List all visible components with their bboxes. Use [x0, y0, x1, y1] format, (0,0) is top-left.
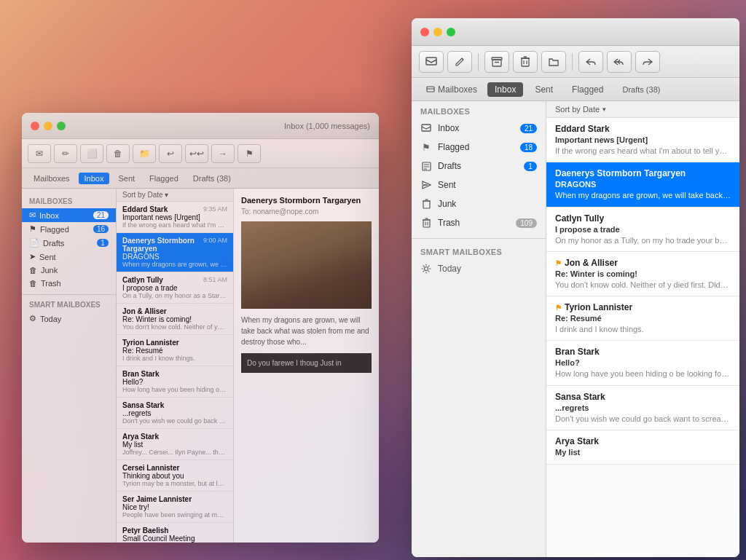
bg-archive-btn[interactable]: ⬜	[80, 144, 103, 163]
email-subject-catlyn: I propose a trade	[555, 225, 731, 234]
tab-drafts[interactable]: Drafts (38)	[615, 83, 667, 96]
email-item-sansa[interactable]: Sansa Stark ...regrets Don't you wish we…	[546, 386, 739, 430]
trash-icon	[420, 217, 432, 229]
email-item-arya[interactable]: Arya Stark My list	[546, 430, 739, 465]
bg-sidebar-drafts[interactable]: 📄Drafts1	[22, 236, 116, 250]
bg-email-eddard[interactable]: 9:35 AM Eddard Stark Important news [Urg…	[117, 202, 233, 233]
forward-button[interactable]	[635, 51, 660, 73]
bg-reply-btn[interactable]: ↩	[159, 144, 182, 163]
bg-email-body: When my dragons are grown, we will take …	[241, 315, 372, 347]
tab-inbox[interactable]: Inbox	[487, 82, 523, 97]
email-sender-jon: ⚑Jon & Alliser	[555, 258, 618, 268]
bg-edit-btn[interactable]: ✏	[54, 144, 77, 163]
main-toolbar	[412, 46, 739, 78]
main-close-button[interactable]	[420, 28, 429, 36]
bg-move-btn[interactable]: 📁	[133, 144, 156, 163]
bg-email-daenerys[interactable]: 9:00 AM Daenerys Stormborn Targaryen DRA…	[117, 233, 233, 272]
flag-icon-tyrion: ⚑	[555, 304, 562, 312]
svg-rect-2	[492, 60, 501, 66]
tab-sent[interactable]: Sent	[527, 82, 560, 97]
bg-replyall-btn[interactable]: ↩↩	[185, 144, 208, 163]
bg-maximize-button[interactable]	[57, 122, 66, 130]
compose-button[interactable]	[419, 51, 444, 73]
email-subject-arya: My list	[555, 448, 731, 457]
sidebar-item-inbox[interactable]: Inbox 21	[412, 119, 546, 138]
bg-sort-bar[interactable]: Sort by Date ▾	[117, 189, 233, 202]
sidebar-junk-label: Junk	[438, 199, 537, 209]
bg-sidebar: Mailboxes ✉Inbox21 ⚑Flagged16 📄Drafts1 ➤…	[22, 189, 117, 543]
sort-arrow-icon: ▾	[602, 106, 606, 113]
bg-smart-label: Smart Mailboxes	[22, 298, 116, 312]
mailboxes-toggle[interactable]: Mailboxes	[420, 82, 483, 97]
move-button[interactable]	[541, 51, 566, 73]
email-item-jon[interactable]: ⚑Jon & Alliser Re: Winter is coming! You…	[546, 252, 739, 296]
email-item-bran[interactable]: Bran Stark Hello? How long have you been…	[546, 341, 739, 385]
bg-tab-mailboxes[interactable]: Mailboxes	[28, 173, 76, 184]
bg-tab-drafts[interactable]: Drafts (38)	[187, 173, 237, 184]
bg-email-sansa[interactable]: Sansa Stark ...regrets Don't you wish we…	[117, 398, 233, 429]
sidebar-item-junk[interactable]: Junk	[412, 194, 546, 213]
email-sender-sansa: Sansa Stark	[555, 392, 605, 402]
bg-tab-sent[interactable]: Sent	[112, 173, 141, 184]
inbox-icon	[420, 122, 432, 134]
bg-email-catlyn[interactable]: 8:51 AM Catlyn Tully I propose a trade O…	[117, 272, 233, 304]
main-maximize-button[interactable]	[447, 28, 455, 36]
sidebar-item-sent[interactable]: Sent	[412, 176, 546, 194]
sidebar-inbox-badge: 21	[520, 124, 537, 133]
bg-forward-btn[interactable]: →	[211, 144, 235, 163]
email-subject-daenerys: DRAGONS	[555, 180, 731, 189]
bg-email-jon[interactable]: Jon & Alliser Re: Winter is coming! You …	[117, 304, 233, 335]
bg-email-jaime[interactable]: Ser Jaime Lannister Nice try! People hav…	[117, 492, 233, 523]
bg-sidebar-trash[interactable]: 🗑Trash	[22, 277, 116, 290]
email-item-catlyn[interactable]: Catlyn Tully I propose a trade On my hon…	[546, 208, 739, 252]
smart-mailboxes-section: Smart Mailboxes Today	[412, 238, 546, 278]
archive-button[interactable]	[484, 51, 509, 73]
bg-content-area: Mailboxes ✉Inbox21 ⚑Flagged16 📄Drafts1 ➤…	[22, 189, 379, 543]
sidebar-item-trash[interactable]: Trash 109	[412, 213, 546, 232]
edit-button[interactable]	[447, 51, 472, 73]
bg-sidebar-flagged[interactable]: ⚑Flagged16	[22, 222, 116, 236]
sidebar-trash-label: Trash	[438, 218, 510, 228]
sidebar-item-today[interactable]: Today	[412, 259, 546, 278]
svg-rect-16	[423, 201, 430, 208]
bg-trash-btn[interactable]: 🗑	[106, 144, 130, 163]
email-item-eddard[interactable]: Eddard Stark Important news [Urgent] If …	[546, 118, 739, 162]
bg-email-tyrion[interactable]: Tyrion Lannister Re: Resumé I drink and …	[117, 335, 233, 366]
bg-tab-flagged[interactable]: Flagged	[144, 173, 184, 184]
bg-close-button[interactable]	[31, 122, 39, 130]
trash-button[interactable]	[513, 51, 538, 73]
background-mail-window: Inbox (1,000 messages) ✉ ✏ ⬜ 🗑 📁 ↩ ↩↩ → …	[22, 113, 379, 543]
sidebar-flagged-badge: 18	[520, 143, 537, 152]
bg-email-petyr[interactable]: Petyr Baelish Small Council Meeting Coun…	[117, 523, 233, 543]
bg-email-cersei[interactable]: Cersei Lannister Thinking about you Tyri…	[117, 460, 233, 492]
bg-email-arya[interactable]: Arya Stark My list Joffrey... Cersei... …	[117, 429, 233, 460]
bg-sidebar-today[interactable]: ⚙Today	[22, 312, 116, 326]
reply-button[interactable]	[578, 51, 603, 73]
bg-compose-btn[interactable]: ✉	[28, 144, 51, 163]
main-mail-window: Mailboxes Inbox Sent Flagged Drafts (38)…	[412, 18, 739, 557]
bg-email-bran[interactable]: Bran Stark Hello? How long have you been…	[117, 366, 233, 398]
main-minimize-button[interactable]	[433, 28, 442, 36]
bg-email-dark-section: Do you farewe I thoug Just in	[241, 353, 372, 373]
email-item-tyrion[interactable]: ⚑Tyrion Lannister Re: Resumé I drink and…	[546, 296, 739, 341]
email-item-daenerys[interactable]: Daenerys Stormborn Targaryen DRAGONS Whe…	[546, 162, 739, 207]
reply-all-button[interactable]	[607, 51, 632, 73]
bg-sidebar-junk[interactable]: 🗑Junk	[22, 264, 116, 277]
email-preview-catlyn: On my honor as a Tully, on my ho trade y…	[555, 235, 731, 245]
bg-tab-bar: Mailboxes Inbox Sent Flagged Drafts (38)	[22, 168, 379, 189]
email-subject-tyrion: Re: Resumé	[555, 314, 731, 323]
tab-flagged[interactable]: Flagged	[565, 82, 610, 97]
bg-flag-btn[interactable]: ⚑	[237, 144, 261, 163]
bg-sidebar-inbox[interactable]: ✉Inbox21	[22, 208, 116, 222]
email-subject-jon: Re: Winter is coming!	[555, 269, 731, 278]
svg-rect-4	[522, 58, 529, 66]
bg-minimize-button[interactable]	[44, 122, 52, 130]
smart-section-label: Smart Mailboxes	[412, 242, 546, 259]
svg-rect-19	[423, 220, 430, 227]
bg-tab-inbox[interactable]: Inbox	[79, 173, 110, 184]
sidebar-item-flagged[interactable]: ⚑ Flagged 18	[412, 138, 546, 157]
email-subject-sansa: ...regrets	[555, 403, 731, 412]
sort-bar[interactable]: Sort by Date ▾	[546, 101, 739, 118]
sidebar-item-drafts[interactable]: Drafts 1	[412, 157, 546, 176]
bg-sidebar-sent[interactable]: ➤Sent	[22, 250, 116, 264]
